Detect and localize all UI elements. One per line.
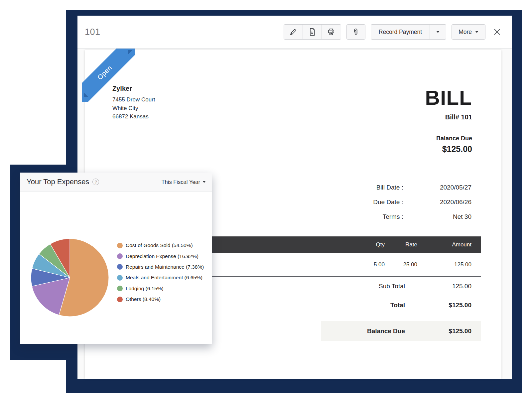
- total-label: Total: [321, 302, 405, 309]
- bill-meta: Bill Date : 2020/05/27 Due Date : 2020/0…: [321, 184, 481, 228]
- vendor-address-line: 66872 Kansas: [112, 112, 155, 121]
- balance-due-amount: $125.00: [425, 144, 472, 154]
- widget-body: Cost of Goods Sold (54.50%)Depreciation …: [20, 192, 212, 343]
- chevron-down-icon: [475, 31, 478, 33]
- legend-label: Lodging (6.15%): [126, 286, 164, 292]
- pdf-file-icon: [308, 28, 317, 36]
- export-pdf-button[interactable]: [303, 25, 322, 39]
- cell-qty: 5.00: [351, 261, 385, 268]
- help-icon[interactable]: ?: [92, 179, 99, 185]
- meta-row: Bill Date : 2020/05/27: [321, 184, 481, 193]
- legend-item: Lodging (6.15%): [117, 283, 204, 294]
- record-payment-label[interactable]: Record Payment: [371, 25, 430, 39]
- bill-number: Bill# 101: [425, 113, 472, 121]
- chevron-down-icon: [203, 181, 205, 183]
- document-number: 101: [85, 27, 100, 37]
- period-selector[interactable]: This Fiscal Year: [162, 179, 205, 185]
- more-label: More: [459, 29, 472, 36]
- vendor-name: Zylker: [112, 85, 155, 92]
- status-label: Open: [96, 64, 113, 81]
- edit-button[interactable]: [284, 25, 303, 39]
- close-icon: [492, 27, 502, 37]
- vendor-address-line: White City: [112, 104, 155, 113]
- column-header-amount: Amount: [417, 241, 471, 248]
- legend-dot-icon: [117, 243, 123, 248]
- column-header-qty: Qty: [351, 241, 385, 248]
- legend-dot-icon: [117, 297, 123, 302]
- subtotal-value: 125.00: [405, 283, 471, 290]
- meta-value: 2020/06/26: [403, 199, 471, 207]
- widget-header: Your Top Expenses ? This Fiscal Year: [20, 173, 212, 192]
- record-payment-button[interactable]: Record Payment: [371, 24, 446, 40]
- meta-label: Bill Date :: [321, 184, 403, 193]
- toolbar-actions: Record Payment More: [284, 24, 502, 40]
- attach-file-button[interactable]: [346, 24, 365, 40]
- period-label: This Fiscal Year: [162, 179, 200, 185]
- legend-item: Depreciation Expense (16.92%): [117, 251, 204, 261]
- meta-label: Due Date :: [321, 199, 403, 207]
- print-button[interactable]: [322, 25, 341, 39]
- legend-item: Repairs and Maintenance (7.38%): [117, 262, 204, 272]
- chevron-down-icon: [436, 31, 440, 33]
- record-payment-dropdown[interactable]: [430, 25, 446, 39]
- toolbar: 101: [77, 16, 512, 49]
- meta-label: Terms :: [321, 213, 403, 222]
- legend-label: Meals and Entertainment (6.65%): [126, 275, 202, 281]
- legend-label: Repairs and Maintenance (7.38%): [126, 264, 204, 270]
- meta-row: Due Date : 2020/06/26: [321, 199, 481, 207]
- meta-value: 2020/05/27: [403, 184, 471, 193]
- paperclip-icon: [351, 28, 360, 36]
- legend-dot-icon: [117, 275, 123, 281]
- pencil-icon: [289, 28, 298, 36]
- more-button[interactable]: More: [452, 24, 485, 40]
- printer-icon: [327, 28, 335, 36]
- icon-button-group: [284, 24, 341, 40]
- legend-label: Depreciation Expense (16.92%): [126, 253, 199, 259]
- legend-item: Others (8.40%): [117, 294, 204, 305]
- legend-item: Meals and Entertainment (6.65%): [117, 272, 204, 283]
- legend-dot-icon: [117, 253, 123, 259]
- top-expenses-widget: Your Top Expenses ? This Fiscal Year Cos…: [20, 173, 212, 344]
- legend-label: Cost of Goods Sold (54.50%): [126, 242, 193, 248]
- balance-due-label: Balance Due: [425, 135, 472, 142]
- legend-item: Cost of Goods Sold (54.50%): [117, 240, 204, 251]
- subtotal-row: Sub Total 125.00: [321, 281, 481, 291]
- vendor-block: Zylker 7455 Drew Court White City 66872 …: [112, 85, 155, 121]
- meta-value: Net 30: [403, 213, 471, 222]
- balance-due-row: Balance Due $125.00: [321, 321, 481, 341]
- stage: 101: [0, 0, 532, 399]
- column-header-rate: Rate: [385, 241, 417, 248]
- subtotal-label: Sub Total: [321, 283, 405, 290]
- cell-rate: 25.00: [385, 261, 417, 268]
- bill-header-block: BILL Bill# 101 Balance Due $125.00: [425, 87, 472, 154]
- cell-amount: 125.00: [417, 261, 471, 268]
- widget-title: Your Top Expenses: [27, 178, 89, 186]
- vendor-address-line: 7455 Drew Court: [112, 95, 155, 104]
- balance-row-value: $125.00: [405, 328, 471, 335]
- close-button[interactable]: [492, 27, 502, 37]
- chart-legend: Cost of Goods Sold (54.50%)Depreciation …: [117, 240, 204, 305]
- total-row: Total $125.00: [321, 300, 481, 310]
- meta-row: Terms : Net 30: [321, 213, 481, 222]
- expenses-pie-chart[interactable]: [31, 238, 109, 317]
- legend-label: Others (8.40%): [126, 296, 161, 302]
- legend-dot-icon: [117, 286, 123, 291]
- legend-dot-icon: [117, 264, 123, 270]
- total-value: $125.00: [405, 302, 471, 309]
- balance-row-label: Balance Due: [321, 328, 405, 335]
- totals-block: Sub Total 125.00 Total $125.00 Balance D…: [321, 281, 481, 341]
- document-title: BILL: [425, 87, 472, 108]
